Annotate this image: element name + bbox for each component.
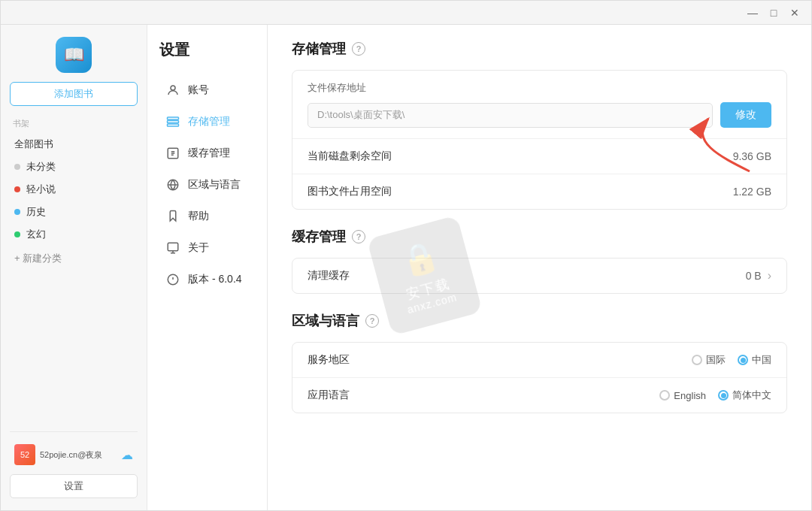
content-area: 存储管理 ? 文件保存地址 修改 当前磁盘剩余空间 9.36 GB 图书文件占用…	[268, 25, 811, 510]
clear-cache-value: 0 B	[746, 270, 762, 282]
service-region-international[interactable]: 国际	[692, 353, 726, 367]
clear-cache-label: 清理缓存	[308, 269, 746, 283]
light-novel-dot	[14, 186, 20, 192]
sidebar-item-uncategorized[interactable]: 未分类	[10, 156, 138, 177]
service-region-label: 服务地区	[308, 353, 692, 367]
storage-title-text: 存储管理	[292, 40, 346, 58]
maximize-button[interactable]: □	[763, 2, 784, 23]
close-button[interactable]: ✕	[784, 2, 805, 23]
radio-china	[738, 355, 748, 365]
china-label: 中国	[752, 353, 771, 367]
svg-point-0	[171, 86, 175, 90]
user-info: 52 52pojie.cn@夜泉 ☁	[10, 441, 138, 468]
sidebar-section-label: 书架	[10, 118, 138, 129]
cache-help-icon[interactable]: ?	[352, 230, 365, 243]
sidebar: 📖 添加图书 书架 全部图书 未分类 轻小说 历史 玄幻 + 新建分类 52	[1, 25, 147, 510]
region-help-icon[interactable]: ?	[365, 314, 379, 328]
uncategorized-label: 未分类	[26, 160, 56, 174]
nav-item-about[interactable]: 关于	[159, 233, 255, 263]
cloud-sync-icon[interactable]: ☁	[121, 448, 133, 462]
uncategorized-dot	[14, 164, 20, 170]
nav-item-version-label: 版本 - 6.0.4	[188, 273, 242, 286]
radio-english	[659, 390, 670, 401]
storage-section-title: 存储管理 ?	[292, 40, 787, 58]
sidebar-logo: 📖	[10, 37, 138, 73]
fantasy-label: 玄幻	[26, 228, 46, 241]
app-language-row: 应用语言 English 简体中文	[292, 378, 786, 413]
nav-title: 设置	[159, 40, 255, 60]
cache-title-text: 缓存管理	[292, 228, 346, 246]
file-path-label: 文件保存地址	[308, 81, 771, 95]
nav-panel: 设置 账号 存储管理 缓存管理 区域与语言	[147, 25, 268, 510]
service-region-radio-group: 国际 中国	[692, 353, 771, 367]
new-category-label: + 新建分类	[14, 252, 62, 265]
add-book-button[interactable]: 添加图书	[10, 82, 138, 106]
svg-rect-1	[168, 117, 179, 119]
history-dot	[14, 209, 20, 215]
storage-help-icon[interactable]: ?	[352, 42, 365, 56]
user-avatar: 52	[14, 444, 35, 465]
minimize-button[interactable]: —	[742, 2, 763, 23]
disk-space-row: 当前磁盘剩余空间 9.36 GB	[292, 139, 786, 174]
nav-item-help-label: 帮助	[188, 210, 209, 223]
region-section-title: 区域与语言 ?	[292, 312, 787, 330]
book-size-row: 图书文件占用空间 1.22 GB	[292, 174, 786, 209]
language-chinese[interactable]: 简体中文	[718, 389, 771, 402]
version-icon	[165, 272, 180, 287]
account-icon	[165, 83, 180, 98]
region-card: 服务地区 国际 中国 应用语言	[292, 342, 787, 413]
nav-item-account[interactable]: 账号	[159, 75, 255, 105]
disk-space-value: 9.36 GB	[733, 150, 771, 162]
fantasy-dot	[14, 231, 20, 237]
nav-item-storage[interactable]: 存储管理	[159, 107, 255, 137]
region-title-text: 区域与语言	[292, 312, 359, 330]
about-icon	[165, 240, 180, 256]
international-label: 国际	[706, 353, 726, 367]
sidebar-item-light-novel[interactable]: 轻小说	[10, 179, 138, 200]
sidebar-bottom: 52 52pojie.cn@夜泉 ☁ 设置	[10, 431, 138, 498]
storage-card: 文件保存地址 修改 当前磁盘剩余空间 9.36 GB 图书文件占用空间 1.22…	[292, 70, 787, 210]
radio-chinese	[718, 390, 729, 401]
modify-button[interactable]: 修改	[720, 102, 771, 128]
titlebar: — □ ✕	[1, 1, 811, 25]
app-language-radio-group: English 简体中文	[659, 389, 771, 402]
sidebar-item-all-books[interactable]: 全部图书	[10, 134, 138, 155]
english-label: English	[674, 390, 706, 401]
file-path-input-row: 修改	[308, 102, 771, 128]
nav-item-region-label: 区域与语言	[188, 178, 241, 192]
service-region-china[interactable]: 中国	[738, 353, 771, 367]
book-size-label: 图书文件占用空间	[308, 185, 733, 198]
cache-icon	[165, 146, 180, 161]
light-novel-label: 轻小说	[26, 183, 56, 196]
chinese-label: 简体中文	[732, 389, 771, 402]
app-logo: 📖	[56, 37, 92, 73]
all-books-label: 全部图书	[14, 138, 53, 151]
nav-item-cache[interactable]: 缓存管理	[159, 138, 255, 168]
language-english[interactable]: English	[659, 390, 706, 401]
svg-rect-2	[168, 121, 179, 123]
cache-section-title: 缓存管理 ?	[292, 228, 787, 246]
file-path-input[interactable]	[308, 103, 713, 128]
sidebar-item-history[interactable]: 历史	[10, 201, 138, 222]
file-path-section: 文件保存地址 修改	[292, 71, 786, 139]
chevron-right-icon: ›	[768, 269, 771, 283]
nav-item-cache-label: 缓存管理	[188, 147, 230, 160]
radio-international	[692, 355, 702, 365]
nav-item-region[interactable]: 区域与语言	[159, 170, 255, 200]
nav-item-about-label: 关于	[188, 241, 209, 255]
book-size-value: 1.22 GB	[733, 186, 771, 198]
storage-icon	[165, 114, 180, 129]
nav-item-help[interactable]: 帮助	[159, 201, 255, 231]
clear-cache-row[interactable]: 清理缓存 0 B ›	[292, 259, 786, 293]
svg-rect-3	[168, 124, 179, 126]
app-language-label: 应用语言	[308, 389, 659, 402]
history-label: 历史	[26, 205, 46, 219]
new-category-button[interactable]: + 新建分类	[10, 248, 138, 269]
sidebar-item-fantasy[interactable]: 玄幻	[10, 224, 138, 245]
region-icon	[165, 177, 180, 192]
settings-bottom-button[interactable]: 设置	[10, 474, 138, 498]
help-icon	[165, 209, 180, 224]
disk-space-label: 当前磁盘剩余空间	[308, 150, 733, 163]
cache-card: 清理缓存 0 B ›	[292, 258, 787, 294]
nav-item-storage-label: 存储管理	[188, 115, 230, 129]
